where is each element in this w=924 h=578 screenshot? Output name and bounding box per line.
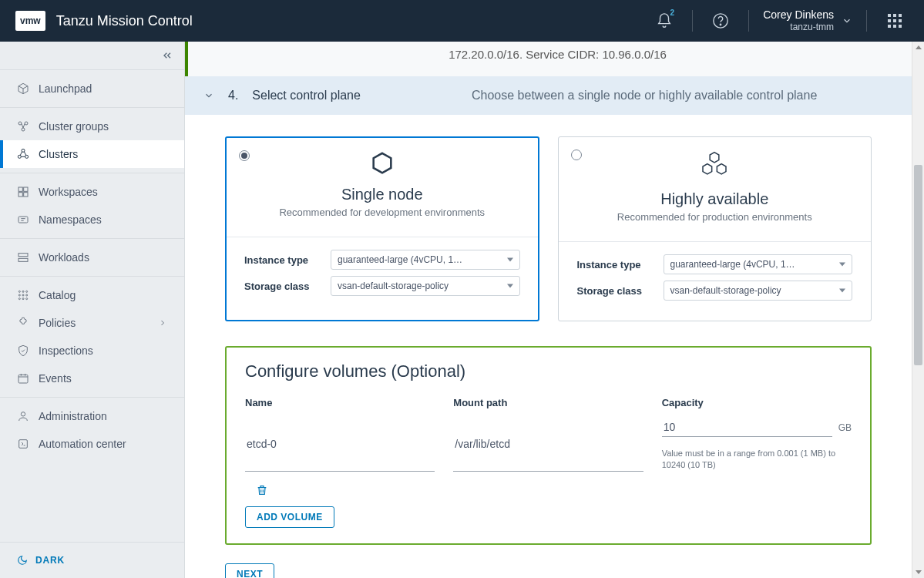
- svg-rect-21: [18, 217, 28, 223]
- sidebar: Launchpad Cluster groups Clusters Worksp…: [0, 42, 185, 578]
- main-content: 172.20.0.0/16. Service CIDR: 10.96.0.0/1…: [185, 42, 912, 578]
- sidebar-collapse-button[interactable]: [0, 42, 184, 69]
- svg-point-31: [22, 298, 24, 300]
- sidebar-item-workloads[interactable]: Workloads: [0, 244, 184, 271]
- svg-rect-6: [893, 19, 896, 22]
- svg-rect-4: [899, 14, 902, 17]
- catalog-icon: [17, 289, 29, 301]
- svg-point-27: [18, 294, 20, 296]
- storage-class-label: Storage class: [244, 281, 321, 292]
- volume-capacity-input[interactable]: [662, 418, 832, 437]
- workloads-icon: [17, 251, 29, 264]
- scrollbar-thumb[interactable]: [914, 165, 922, 365]
- sidebar-item-label: Policies: [39, 317, 76, 329]
- sidebar-item-policies[interactable]: Policies: [0, 309, 184, 337]
- svg-rect-9: [893, 25, 896, 28]
- sidebar-item-label: Inspections: [39, 344, 93, 357]
- sidebar-item-label: Automation center: [39, 438, 126, 450]
- svg-rect-10: [899, 25, 902, 28]
- sidebar-item-clusters[interactable]: Clusters: [0, 140, 184, 168]
- instance-type-label: Instance type: [244, 254, 321, 266]
- add-volume-button[interactable]: ADD VOLUME: [245, 506, 334, 528]
- sidebar-item-inspections[interactable]: Inspections: [0, 337, 184, 365]
- storage-class-select-single[interactable]: vsan-default-storage-policy: [331, 276, 520, 296]
- vertical-scrollbar[interactable]: [912, 42, 924, 578]
- app-title: Tanzu Mission Control: [56, 13, 650, 29]
- separator: [692, 10, 693, 32]
- chevron-down-icon[interactable]: [203, 90, 214, 101]
- svg-point-13: [22, 128, 25, 131]
- clusters-icon: [17, 148, 29, 160]
- svg-point-26: [26, 291, 28, 292]
- sidebar-item-cluster-groups[interactable]: Cluster groups: [0, 113, 184, 140]
- svg-rect-18: [24, 187, 28, 191]
- separator: [748, 10, 749, 32]
- sidebar-item-launchpad[interactable]: Launchpad: [0, 75, 184, 102]
- control-plane-card-single[interactable]: Single node Recommended for development …: [225, 136, 539, 321]
- sidebar-item-label: Workloads: [39, 251, 89, 264]
- sidebar-item-events[interactable]: Events: [0, 365, 184, 392]
- svg-rect-5: [888, 19, 891, 22]
- automation-icon: [17, 438, 29, 450]
- sidebar-item-automation[interactable]: Automation center: [0, 430, 184, 458]
- next-button[interactable]: NEXT: [225, 563, 274, 578]
- scroll-down-button[interactable]: [912, 566, 924, 578]
- svg-point-16: [25, 155, 29, 158]
- radio-highly-available[interactable]: [571, 150, 582, 160]
- sidebar-item-label: Catalog: [39, 289, 76, 301]
- cube-icon: [17, 82, 29, 95]
- namespaces-icon: [17, 213, 29, 226]
- user-menu[interactable]: Corey Dinkens tanzu-tmm: [763, 8, 852, 34]
- svg-rect-3: [893, 14, 896, 17]
- svg-point-28: [22, 294, 24, 296]
- svg-point-12: [25, 122, 28, 125]
- calendar-icon: [17, 372, 29, 385]
- notifications-button[interactable]: 2: [650, 7, 678, 35]
- chevron-right-icon: [158, 318, 167, 328]
- trash-icon: [256, 484, 268, 496]
- radio-single-node[interactable]: [239, 150, 250, 161]
- sidebar-item-catalog[interactable]: Catalog: [0, 281, 184, 309]
- step-header[interactable]: 4. Select control plane Choose between a…: [185, 76, 912, 115]
- shield-check-icon: [17, 344, 29, 357]
- sidebar-item-namespaces[interactable]: Namespaces: [0, 206, 184, 234]
- sidebar-item-label: Launchpad: [39, 82, 92, 95]
- instance-type-label: Instance type: [577, 259, 654, 271]
- hexagon-icon: [369, 151, 395, 177]
- control-plane-card-ha[interactable]: Highly available Recommended for product…: [558, 136, 872, 321]
- apps-button[interactable]: [881, 7, 909, 35]
- sidebar-item-administration[interactable]: Administration: [0, 402, 184, 430]
- svg-point-29: [26, 294, 28, 296]
- volumes-title: Configure volumes (Optional): [245, 361, 852, 381]
- apps-grid-icon: [888, 14, 902, 28]
- volume-mount-input[interactable]: [453, 418, 643, 472]
- svg-point-32: [26, 298, 28, 300]
- dark-mode-toggle[interactable]: DARK: [0, 542, 184, 578]
- storage-class-select-ha[interactable]: vsan-default-storage-policy: [664, 281, 853, 301]
- storage-class-label: Storage class: [577, 285, 654, 297]
- sidebar-item-workspaces[interactable]: Workspaces: [0, 178, 184, 206]
- moon-icon: [17, 555, 28, 566]
- svg-rect-20: [24, 193, 28, 197]
- capacity-unit: GB: [838, 422, 852, 433]
- svg-point-11: [18, 122, 22, 125]
- svg-rect-2: [888, 14, 891, 17]
- volume-name-input[interactable]: [245, 418, 435, 472]
- sidebar-item-label: Events: [39, 372, 72, 385]
- volume-capacity-label: Capacity: [662, 397, 852, 408]
- policies-icon: [17, 317, 29, 329]
- capacity-help-text: Value must be in a range from 0.001 (1 M…: [662, 448, 852, 472]
- delete-volume-button[interactable]: [256, 484, 271, 499]
- chevron-double-left-icon: [161, 49, 173, 62]
- user-name: Corey Dinkens: [763, 8, 834, 22]
- scroll-up-button[interactable]: [912, 42, 924, 54]
- sidebar-item-label: Workspaces: [39, 186, 98, 198]
- help-button[interactable]: [707, 7, 734, 35]
- svg-rect-17: [18, 187, 22, 191]
- card-title: Highly available: [577, 190, 853, 208]
- sidebar-item-label: Administration: [39, 410, 107, 422]
- instance-type-select-single[interactable]: guaranteed-large (4vCPU, 1…: [331, 250, 520, 270]
- instance-type-select-ha[interactable]: guaranteed-large (4vCPU, 1…: [664, 254, 853, 274]
- cluster-group-icon: [17, 120, 29, 133]
- svg-point-24: [18, 291, 20, 292]
